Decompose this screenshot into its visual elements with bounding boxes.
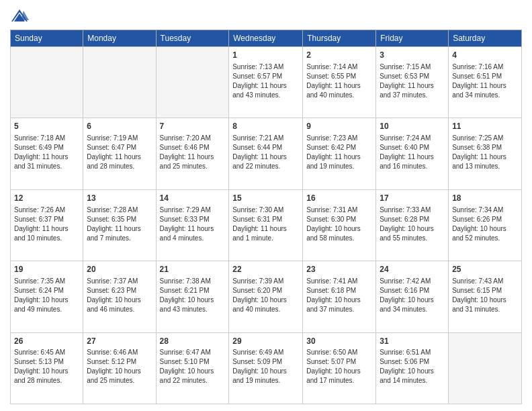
col-header-thursday: Thursday xyxy=(303,30,376,47)
col-header-monday: Monday xyxy=(83,30,156,47)
day-number: 31 xyxy=(380,336,445,347)
calendar-cell xyxy=(449,332,522,404)
calendar-cell: 5Sunrise: 7:18 AM Sunset: 6:49 PM Daylig… xyxy=(11,118,83,189)
calendar-cell xyxy=(156,47,229,118)
day-number: 27 xyxy=(87,336,152,347)
calendar-cell: 7Sunrise: 7:20 AM Sunset: 6:46 PM Daylig… xyxy=(156,118,229,189)
calendar-cell: 16Sunrise: 7:31 AM Sunset: 6:30 PM Dayli… xyxy=(303,189,376,261)
day-info: Sunrise: 6:45 AM Sunset: 5:13 PM Dayligh… xyxy=(14,348,79,385)
day-number: 19 xyxy=(14,264,79,275)
day-info: Sunrise: 6:47 AM Sunset: 5:10 PM Dayligh… xyxy=(160,348,226,385)
logo xyxy=(10,7,32,26)
day-number: 18 xyxy=(452,193,518,204)
day-info: Sunrise: 7:37 AM Sunset: 6:23 PM Dayligh… xyxy=(87,277,152,314)
day-info: Sunrise: 7:26 AM Sunset: 6:37 PM Dayligh… xyxy=(14,205,79,243)
day-info: Sunrise: 6:51 AM Sunset: 5:06 PM Dayligh… xyxy=(380,348,445,385)
calendar-cell: 22Sunrise: 7:39 AM Sunset: 6:20 PM Dayli… xyxy=(229,261,303,332)
calendar-cell: 6Sunrise: 7:19 AM Sunset: 6:47 PM Daylig… xyxy=(83,118,156,189)
calendar-cell: 28Sunrise: 6:47 AM Sunset: 5:10 PM Dayli… xyxy=(156,332,229,404)
calendar-body: 1Sunrise: 7:13 AM Sunset: 6:57 PM Daylig… xyxy=(11,47,522,404)
day-info: Sunrise: 7:14 AM Sunset: 6:55 PM Dayligh… xyxy=(306,62,372,100)
calendar-cell: 14Sunrise: 7:29 AM Sunset: 6:33 PM Dayli… xyxy=(156,189,229,261)
day-info: Sunrise: 7:28 AM Sunset: 6:35 PM Dayligh… xyxy=(87,205,152,243)
day-info: Sunrise: 7:15 AM Sunset: 6:53 PM Dayligh… xyxy=(380,62,445,100)
day-info: Sunrise: 7:41 AM Sunset: 6:18 PM Dayligh… xyxy=(306,277,372,314)
calendar-cell: 26Sunrise: 6:45 AM Sunset: 5:13 PM Dayli… xyxy=(11,332,83,404)
day-number: 11 xyxy=(452,121,518,132)
day-info: Sunrise: 7:21 AM Sunset: 6:44 PM Dayligh… xyxy=(232,134,299,171)
day-info: Sunrise: 7:24 AM Sunset: 6:40 PM Dayligh… xyxy=(380,134,445,171)
day-info: Sunrise: 7:34 AM Sunset: 6:26 PM Dayligh… xyxy=(452,205,518,243)
calendar-cell xyxy=(11,47,83,118)
day-number: 23 xyxy=(306,264,372,275)
day-info: Sunrise: 7:31 AM Sunset: 6:30 PM Dayligh… xyxy=(306,205,372,243)
calendar-cell: 1Sunrise: 7:13 AM Sunset: 6:57 PM Daylig… xyxy=(229,47,303,118)
calendar-cell: 19Sunrise: 7:35 AM Sunset: 6:24 PM Dayli… xyxy=(11,261,83,332)
col-header-friday: Friday xyxy=(376,30,449,47)
day-info: Sunrise: 7:19 AM Sunset: 6:47 PM Dayligh… xyxy=(87,134,152,171)
calendar-cell: 31Sunrise: 6:51 AM Sunset: 5:06 PM Dayli… xyxy=(376,332,449,404)
calendar-cell: 8Sunrise: 7:21 AM Sunset: 6:44 PM Daylig… xyxy=(229,118,303,189)
day-number: 7 xyxy=(160,121,226,132)
day-number: 29 xyxy=(232,336,299,347)
day-number: 16 xyxy=(306,193,372,204)
calendar-cell: 13Sunrise: 7:28 AM Sunset: 6:35 PM Dayli… xyxy=(83,189,156,261)
day-number: 15 xyxy=(232,193,299,204)
calendar-cell: 18Sunrise: 7:34 AM Sunset: 6:26 PM Dayli… xyxy=(449,189,522,261)
calendar-cell: 17Sunrise: 7:33 AM Sunset: 6:28 PM Dayli… xyxy=(376,189,449,261)
day-number: 3 xyxy=(380,50,445,61)
day-info: Sunrise: 7:42 AM Sunset: 6:16 PM Dayligh… xyxy=(380,277,445,314)
page: SundayMondayTuesdayWednesdayThursdayFrid… xyxy=(0,0,532,411)
day-info: Sunrise: 7:23 AM Sunset: 6:42 PM Dayligh… xyxy=(306,134,372,171)
day-info: Sunrise: 7:39 AM Sunset: 6:20 PM Dayligh… xyxy=(232,277,299,314)
day-number: 2 xyxy=(306,50,372,61)
week-row-1: 1Sunrise: 7:13 AM Sunset: 6:57 PM Daylig… xyxy=(11,47,522,118)
day-info: Sunrise: 7:30 AM Sunset: 6:31 PM Dayligh… xyxy=(232,205,299,243)
logo-icon xyxy=(10,7,29,26)
week-row-2: 5Sunrise: 7:18 AM Sunset: 6:49 PM Daylig… xyxy=(11,118,522,189)
day-number: 13 xyxy=(87,193,152,204)
day-info: Sunrise: 7:20 AM Sunset: 6:46 PM Dayligh… xyxy=(160,134,226,171)
calendar-table: SundayMondayTuesdayWednesdayThursdayFrid… xyxy=(10,30,522,404)
calendar-cell xyxy=(83,47,156,118)
day-number: 22 xyxy=(232,264,299,275)
day-info: Sunrise: 7:35 AM Sunset: 6:24 PM Dayligh… xyxy=(14,277,79,314)
day-info: Sunrise: 7:18 AM Sunset: 6:49 PM Dayligh… xyxy=(14,134,79,171)
day-number: 4 xyxy=(452,50,518,61)
day-number: 20 xyxy=(87,264,152,275)
day-number: 12 xyxy=(14,193,79,204)
col-header-saturday: Saturday xyxy=(449,30,522,47)
day-info: Sunrise: 7:43 AM Sunset: 6:15 PM Dayligh… xyxy=(452,277,518,314)
day-number: 14 xyxy=(160,193,226,204)
day-number: 1 xyxy=(232,50,299,61)
calendar-cell: 9Sunrise: 7:23 AM Sunset: 6:42 PM Daylig… xyxy=(303,118,376,189)
day-number: 5 xyxy=(14,121,79,132)
day-number: 17 xyxy=(380,193,445,204)
col-header-tuesday: Tuesday xyxy=(156,30,229,47)
day-info: Sunrise: 7:25 AM Sunset: 6:38 PM Dayligh… xyxy=(452,134,518,171)
week-row-5: 26Sunrise: 6:45 AM Sunset: 5:13 PM Dayli… xyxy=(11,332,522,404)
day-info: Sunrise: 7:38 AM Sunset: 6:21 PM Dayligh… xyxy=(160,277,226,314)
day-number: 21 xyxy=(160,264,226,275)
day-number: 28 xyxy=(160,336,226,347)
calendar-cell: 29Sunrise: 6:49 AM Sunset: 5:09 PM Dayli… xyxy=(229,332,303,404)
day-number: 8 xyxy=(232,121,299,132)
day-number: 30 xyxy=(306,336,372,347)
header xyxy=(10,7,522,26)
week-row-3: 12Sunrise: 7:26 AM Sunset: 6:37 PM Dayli… xyxy=(11,189,522,261)
calendar-cell: 3Sunrise: 7:15 AM Sunset: 6:53 PM Daylig… xyxy=(376,47,449,118)
day-number: 26 xyxy=(14,336,79,347)
day-info: Sunrise: 6:50 AM Sunset: 5:07 PM Dayligh… xyxy=(306,348,372,385)
calendar-cell: 30Sunrise: 6:50 AM Sunset: 5:07 PM Dayli… xyxy=(303,332,376,404)
day-info: Sunrise: 7:13 AM Sunset: 6:57 PM Dayligh… xyxy=(232,62,299,100)
day-number: 9 xyxy=(306,121,372,132)
day-info: Sunrise: 7:16 AM Sunset: 6:51 PM Dayligh… xyxy=(452,62,518,100)
calendar-cell: 11Sunrise: 7:25 AM Sunset: 6:38 PM Dayli… xyxy=(449,118,522,189)
calendar-cell: 21Sunrise: 7:38 AM Sunset: 6:21 PM Dayli… xyxy=(156,261,229,332)
calendar-cell: 27Sunrise: 6:46 AM Sunset: 5:12 PM Dayli… xyxy=(83,332,156,404)
calendar-cell: 2Sunrise: 7:14 AM Sunset: 6:55 PM Daylig… xyxy=(303,47,376,118)
calendar-cell: 24Sunrise: 7:42 AM Sunset: 6:16 PM Dayli… xyxy=(376,261,449,332)
calendar-cell: 25Sunrise: 7:43 AM Sunset: 6:15 PM Dayli… xyxy=(449,261,522,332)
calendar-cell: 15Sunrise: 7:30 AM Sunset: 6:31 PM Dayli… xyxy=(229,189,303,261)
day-number: 24 xyxy=(380,264,445,275)
